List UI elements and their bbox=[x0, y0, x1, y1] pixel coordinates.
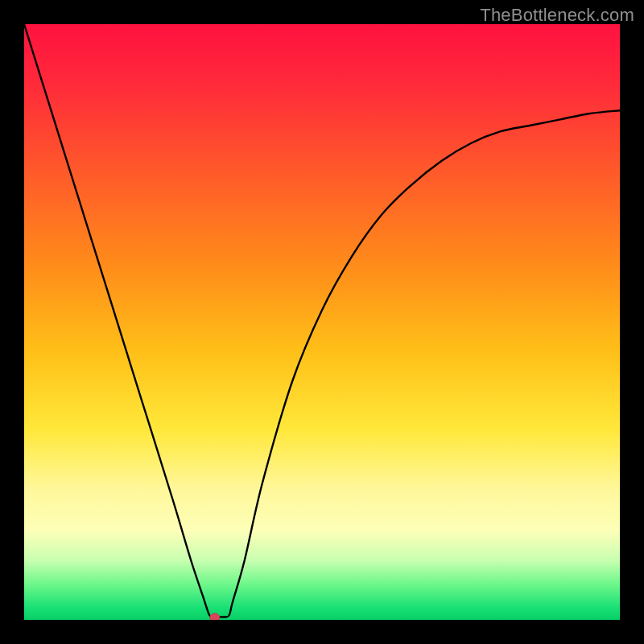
chart-frame: TheBottleneck.com bbox=[0, 0, 644, 644]
svg-point-0 bbox=[210, 613, 220, 620]
plot-area bbox=[24, 24, 620, 620]
bottleneck-curve bbox=[24, 24, 620, 620]
watermark-text: TheBottleneck.com bbox=[480, 5, 634, 26]
